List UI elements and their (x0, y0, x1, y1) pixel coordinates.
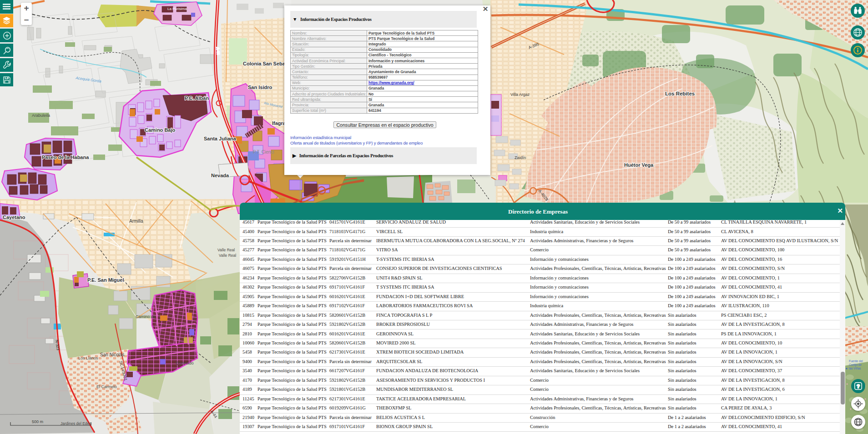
svg-text:?: ? (857, 384, 860, 389)
svg-text:San Isidro: San Isidro (248, 85, 272, 90)
svg-text:A-44: A-44 (216, 47, 220, 55)
svg-text:Fuente del: Fuente del (849, 359, 863, 363)
svg-text:Arabuleila: Arabuleila (32, 113, 50, 118)
svg-text:las Viñas: las Viñas (849, 367, 861, 370)
svg-text:Camino de: Camino de (136, 314, 156, 319)
svg-text:Santa Juliana: Santa Juliana (204, 136, 237, 141)
svg-text:Quemado: Quemado (176, 361, 194, 365)
svg-text:P.C. Albán: P.C. Albán (185, 95, 209, 101)
svg-text:P.E. San Miguel: P.E. San Miguel (87, 277, 124, 283)
svg-text:Cortijo de: Cortijo de (849, 363, 862, 367)
svg-text:Nevada: Nevada (211, 173, 229, 178)
svg-text:Huétor Vega: Huétor Vega (624, 162, 654, 168)
svg-text:Paseo de la Habana: Paseo de la Habana (42, 155, 89, 160)
svg-text:Valle Real: Valle Real (219, 253, 236, 258)
svg-text:Villa Argaz: Villa Argaz (510, 92, 530, 97)
svg-text:La Purísima: La Purísima (167, 7, 187, 11)
svg-text:Zaidín: Zaidín (515, 155, 526, 160)
svg-text:500 m: 500 m (32, 419, 43, 424)
svg-text:Los Llanos: Los Llanos (78, 356, 98, 360)
svg-text:Camino Bajo: Camino Bajo (145, 127, 176, 133)
svg-text:El Carmelo: El Carmelo (96, 384, 117, 389)
svg-text:P.T. Cienci: P.T. Cienci (253, 150, 274, 155)
svg-text:San Nicolás: San Nicolás (100, 352, 124, 357)
svg-text:Colonia San Sebasti: Colonia San Sebasti (243, 61, 291, 66)
svg-text:Cayetano: Cayetano (3, 215, 25, 220)
svg-text:Armilla: Armilla (129, 219, 143, 224)
svg-text:Los Rebites: Los Rebites (665, 91, 695, 96)
svg-text:Valle Real: Valle Real (217, 248, 235, 252)
